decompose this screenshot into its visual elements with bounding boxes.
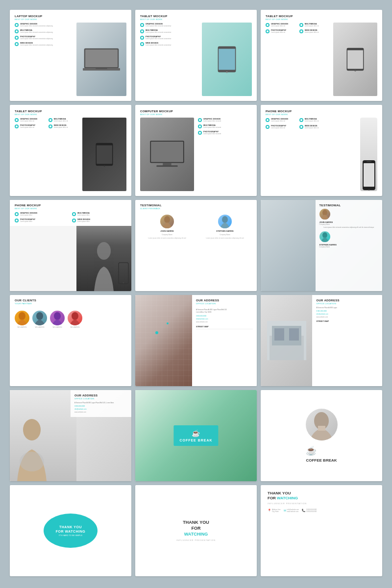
feature-photography: PHOTOGRAPHY Lorem ipsum dolor sit amet c… — [15, 35, 74, 40]
address-email: info@website.com — [74, 408, 127, 410]
brand-text: INFLUENCER PRESENTATION — [176, 539, 216, 541]
feature-item: PHOTOGRAPHY Lorem ipsum dolor sit — [266, 124, 298, 129]
svg-rect-36 — [289, 328, 299, 341]
slide-subtitle: OFFICE LOCATION — [74, 397, 127, 400]
feature-item: GRAPHIC DESIGN Lorem ipsum dolor sit — [266, 23, 298, 27]
thankyou-oval: THANK YOU FOR WATCHING IT'S HARD TO BE S… — [44, 514, 98, 548]
testimonial-person-2: STEPHEN HARRIS Company Name Lorem ipsum … — [198, 215, 252, 239]
feature-item: PHOTOGRAPHY Lorem ipsum dolor sit — [15, 124, 47, 129]
svg-point-12 — [104, 165, 105, 167]
slide-tablet-mockup-1: TABLET MOCKUP BEST OF OUR WORK GRAPHIC D… — [135, 10, 257, 101]
slide-title: PHONE MOCKUP — [266, 110, 377, 113]
feature-desc: Lorem ipsum dolor sit amet — [203, 121, 221, 122]
feature-desc: Lorem ipsum dolor sit — [271, 121, 288, 122]
feature-item: MULTIMEDIA Lorem ipsum dolor sit amet co… — [140, 29, 200, 34]
coffee-icon: ☕ — [306, 445, 317, 456]
svg-point-31 — [72, 312, 78, 320]
feature-item: PHOTOGRAPHY Lorem ipsum dolor sit — [266, 29, 298, 34]
thankyou-subtitle: IT'S HARD TO BE SIMPLE — [59, 534, 82, 537]
testimonial-person-1: JOHN HARRIS Company Name Lorem ipsum dol… — [140, 215, 194, 239]
feature-item: PHOTOGRAPHY Lorem ipsum dolor sit amet c… — [140, 35, 200, 40]
svg-point-37 — [23, 419, 41, 441]
feature-desc: Lorem ipsum dolor sit amet — [203, 127, 221, 129]
person-quote: Lorem ipsum dolor sit amet consectetur a… — [319, 226, 378, 229]
thankyou-watching: WATCHING — [277, 496, 298, 500]
feature-desc: Lorem ipsum dolor sit — [305, 32, 319, 34]
person-role: Company Name — [319, 246, 378, 248]
avatar-1 — [160, 215, 174, 228]
slide-coffee-overlay: ☕ COFFEE BREAK — [135, 390, 257, 481]
feature-item: WEB DESIGN Lorem ipsum dolor sit — [299, 124, 332, 129]
feature-item: GRAPHIC DESIGN Lorem ipsum dolor sit — [266, 118, 298, 122]
client-avatar-1 — [15, 311, 29, 325]
feature-item: MULTIMEDIA Lorem ipsum dolor sit — [299, 23, 332, 27]
slide-title: TESTIMONIAL — [319, 204, 378, 207]
avatar-2 — [218, 215, 232, 228]
client-avatar-2 — [32, 311, 47, 325]
client-label: WILLIAMSON — [18, 326, 27, 328]
address-text: A Someone Place At 800 Logan Plaza Mall … — [74, 402, 127, 404]
thankyou-left-title: THANK YOU — [268, 491, 375, 496]
feature-desc: Lorem ipsum dolor sit amet consectetur — [146, 38, 172, 40]
client-label: WILLIAMSON — [53, 326, 62, 328]
feature-item: WEB DESIGN Lorem ipsum dolor sit amet co… — [140, 42, 200, 47]
slide-coffee-circle: ☕ COFFEE BREAK — [261, 390, 382, 481]
client-label: WILLIAMSON — [35, 326, 45, 328]
coffee-circle-image — [306, 409, 338, 441]
slide-subtitle: OFFICE LOCATION — [196, 302, 253, 305]
feature-item: GRAPHIC DESIGN Lorem ipsum dolor — [15, 212, 69, 217]
feature-desc: Lorem ipsum dolor sit amet consectetur a… — [20, 25, 53, 27]
feature-desc: Lorem ipsum dolor sit — [271, 25, 288, 27]
feature-desc: Lorem ipsum dolor sit amet consectetur — [146, 25, 172, 27]
street-map-label: STREET MAP — [316, 320, 378, 322]
person-role: Company Name — [319, 223, 378, 225]
slides-grid: LAPTOP MOCKUP BEST OF OUR WORK GRAPHIC D… — [10, 10, 382, 576]
slide-address-photo: OUR ADDRESS OFFICE LOCATION A Someone Pl… — [261, 295, 382, 386]
svg-point-21 — [97, 242, 111, 260]
client-label: WILLIAMSON — [71, 326, 80, 328]
slide-subtitle: CLIENT FEEDBACK — [140, 207, 252, 210]
feature-desc: Lorem ipsum dolor sit — [271, 127, 286, 129]
contact-phone-text: 0 800-000-00000 800-000-0000 — [306, 509, 317, 513]
contacts-row: 📍 Address LineCity, State ✉ info@website… — [268, 509, 375, 513]
address-phone: 0 800-000-0000 — [196, 315, 253, 317]
feature-item: PHOTOGRAPHY Lorem ipsum dolor sit amet — [198, 130, 252, 135]
address-phone: 0 800-000-0000 — [74, 405, 127, 407]
feature-desc: Lorem ipsum dolor sit — [54, 121, 68, 122]
person-quote: Lorem ipsum dolor sit amet consectetur a… — [206, 237, 244, 239]
email-icon: ✉ — [284, 509, 286, 512]
address-phone: 0 800-000-0000 — [316, 310, 378, 312]
svg-rect-16 — [156, 165, 177, 167]
feature-desc: Lorem ipsum dolor — [20, 221, 35, 223]
svg-rect-20 — [367, 161, 371, 162]
slide-title: OUR ADDRESS — [74, 394, 127, 397]
svg-point-38 — [20, 452, 44, 471]
slide-thankyou-center: THANK YOU FOR WATCHING INFLUENCER PRESEN… — [135, 485, 257, 576]
contact-address: 📍 Address LineCity, State — [268, 509, 281, 513]
feature-desc: Lorem ipsum dolor sit — [20, 121, 37, 122]
svg-point-30 — [54, 312, 61, 320]
slide-title: OUR CLIENTS — [15, 299, 126, 302]
contact-address-text: Address LineCity, State — [272, 509, 281, 513]
feature-item: MULTIMEDIA Lorem ipsum dolor sit amet — [198, 124, 252, 129]
contact-email: ✉ info@website.comwww.website.com — [284, 509, 299, 513]
feature-desc: Lorem ipsum dolor — [77, 215, 90, 217]
svg-rect-3 — [96, 68, 107, 69]
coffee-break-label: COFFEE BREAK — [306, 458, 337, 463]
coffee-overlay-card: ☕ COFFEE BREAK — [173, 425, 218, 446]
slide-title: TABLET MOCKUP — [15, 110, 126, 113]
feature-desc: Lorem ipsum dolor — [77, 221, 90, 223]
feature-web-design: WEB DESIGN Lorem ipsum dolor sit amet co… — [15, 42, 74, 47]
thankyou-text: THANK YOU — [59, 525, 82, 529]
slide-computer-mockup: COMPUTER MOCKUP BEST OF OUR WORK GR — [135, 105, 257, 196]
client-person-2: WILLIAMSON — [32, 311, 47, 328]
feature-desc: Lorem ipsum dolor sit — [305, 121, 319, 122]
feature-desc: Lorem ipsum dolor sit — [271, 32, 286, 34]
slide-address-map: OUR ADDRESS OFFICE LOCATION A Someone Pl… — [135, 295, 257, 386]
address-icon: 📍 — [268, 509, 271, 512]
slide-subtitle: BEST OF OUR WORK — [266, 113, 377, 116]
svg-point-9 — [355, 70, 356, 72]
person-name: JOHN HARRIS — [160, 230, 174, 232]
slide-subtitle: BEST OF OUR WORK — [15, 113, 126, 116]
feature-desc: Lorem ipsum dolor sit — [305, 127, 319, 129]
